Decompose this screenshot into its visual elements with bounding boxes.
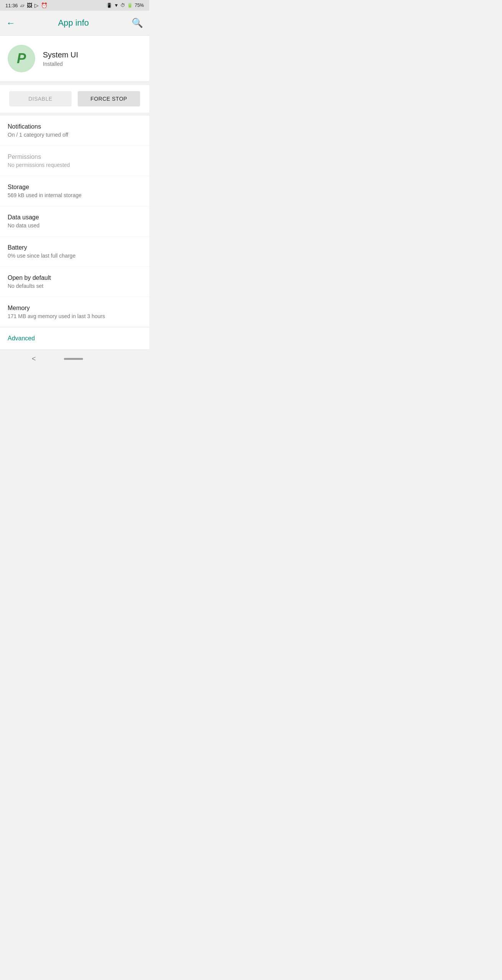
settings-item-subtitle: 171 MB avg memory used in last 3 hours [8,313,142,319]
settings-list: NotificationsOn / 1 category turned offP… [0,116,149,327]
settings-item[interactable]: Open by defaultNo defaults set [0,267,149,297]
back-button[interactable]: ← [6,18,15,28]
back-nav-button[interactable]: < [27,353,41,364]
force-stop-button[interactable]: FORCE STOP [78,91,140,106]
advanced-section[interactable]: Advanced [0,327,149,350]
home-pill[interactable] [64,358,83,360]
tablet-icon: ▱ [20,2,24,8]
settings-item-title: Battery [8,244,142,251]
settings-item-title: Notifications [8,123,142,130]
photo-icon: 🖼 [27,2,32,8]
search-button[interactable]: 🔍 [132,18,143,28]
app-status: Installed [43,61,78,67]
settings-item-title: Data usage [8,214,142,221]
app-name: System UI [43,51,78,59]
nav-bar: < [0,350,149,368]
settings-item-subtitle: On / 1 category turned off [8,132,142,138]
battery-percent: 75% [135,3,144,8]
app-info-card: P System UI Installed [0,35,149,82]
settings-item[interactable]: NotificationsOn / 1 category turned off [0,116,149,146]
divider-1 [0,82,149,85]
settings-item-subtitle: 569 kB used in internal storage [8,192,142,198]
settings-item-title: Storage [8,184,142,191]
settings-item-subtitle: No defaults set [8,283,142,289]
time-display: 11:36 [5,3,18,8]
settings-item-title: Memory [8,305,142,312]
settings-item-title: Permissions [8,154,142,160]
status-bar-left: 11:36 ▱ 🖼 ▷ ⏰ [5,2,47,8]
page-title: App info [58,18,89,28]
settings-item[interactable]: Battery0% use since last full charge [0,237,149,267]
settings-item-subtitle: No data used [8,222,142,229]
settings-item[interactable]: Storage569 kB used in internal storage [0,176,149,206]
app-icon: P [8,45,35,72]
clock-icon: ⏱ [121,3,125,8]
alarm-icon: ⏰ [41,2,47,8]
app-icon-letter: P [17,51,26,67]
forward-icon: ▷ [34,2,39,8]
wifi-icon: ▼ [114,3,119,8]
action-buttons: DISABLE FORCE STOP [0,85,149,113]
app-bar: ← App info 🔍 [0,11,149,35]
settings-item[interactable]: PermissionsNo permissions requested [0,146,149,176]
advanced-button[interactable]: Advanced [8,335,35,341]
settings-item-subtitle: 0% use since last full charge [8,253,142,259]
disable-button[interactable]: DISABLE [9,91,72,106]
app-details: System UI Installed [43,51,78,67]
battery-icon: 🔋 [127,3,133,8]
settings-item-subtitle: No permissions requested [8,162,142,168]
status-bar-right: 📳 ▼ ⏱ 🔋 75% [106,3,144,8]
settings-item[interactable]: Memory171 MB avg memory used in last 3 h… [0,297,149,327]
settings-item[interactable]: Data usageNo data used [0,206,149,237]
settings-item-title: Open by default [8,274,142,281]
status-bar: 11:36 ▱ 🖼 ▷ ⏰ 📳 ▼ ⏱ 🔋 75% [0,0,149,11]
vibrate-icon: 📳 [106,3,112,8]
